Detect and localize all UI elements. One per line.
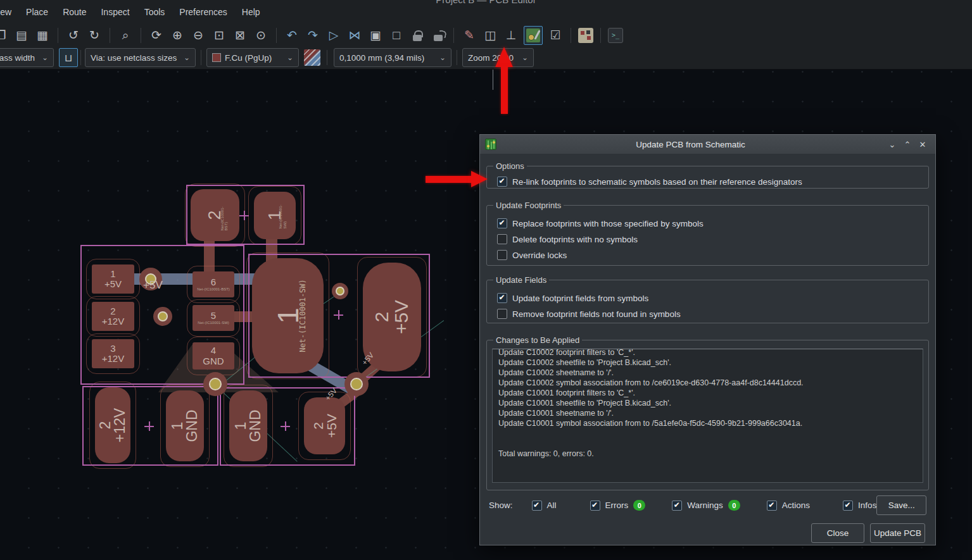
via[interactable] <box>332 283 348 299</box>
update-fields-checkbox[interactable] <box>497 293 507 303</box>
edit-footprint-icon[interactable]: ✎ <box>461 27 477 44</box>
zoom-out-icon[interactable]: ⊖ <box>190 27 206 44</box>
undo-icon[interactable]: ↺ <box>65 27 82 44</box>
chevron-down-icon: ⌄ <box>515 53 528 62</box>
dialog-titlebar[interactable]: Update PCB from Schematic ⌄ ⌃ ✕ <box>480 135 935 154</box>
update-pcb-dialog: Update PCB from Schematic ⌄ ⌃ ✕ Options … <box>479 134 936 545</box>
menu-inspect[interactable]: Inspect <box>99 4 130 20</box>
plot-icon[interactable]: ▦ <box>34 27 51 44</box>
print-icon[interactable]: ▤ <box>13 27 30 44</box>
options-group: Options Re-link footprints to schematic … <box>486 161 929 189</box>
rotate-ccw-icon[interactable]: ↶ <box>284 27 300 44</box>
toolbar-separator <box>600 28 601 43</box>
layer-dropdown[interactable]: F.Cu (PgUp) ⌄ <box>206 48 299 67</box>
change-line: Update C10002 sheetname to '/'. <box>498 368 917 378</box>
open-file-icon[interactable]: ❐ <box>0 27 9 44</box>
via[interactable] <box>203 372 227 396</box>
zoom-selection-icon[interactable]: ⊙ <box>253 27 269 44</box>
via[interactable] <box>344 372 369 396</box>
change-line: Update C10002 symbol association from to… <box>498 378 917 388</box>
ungroup-icon[interactable]: □ <box>388 27 405 44</box>
replace-footprints-checkbox[interactable] <box>497 218 507 228</box>
options-group-label: Options <box>493 161 527 171</box>
net-label: +5V <box>143 279 163 292</box>
layer-color-swatch <box>212 53 221 62</box>
menu-help[interactable]: Help <box>241 4 262 20</box>
red-arrow-to-checkbox-icon <box>471 171 488 187</box>
remove-fields-checkbox[interactable] <box>497 309 507 319</box>
show-actions-checkbox[interactable] <box>767 501 777 511</box>
track-width-value: Track: use netclass width <box>0 53 35 63</box>
save-button[interactable]: Save... <box>876 495 926 515</box>
via-size-dropdown[interactable]: Via: use netclass sizes ⌄ <box>85 48 196 67</box>
run-drc-icon[interactable]: ☑ <box>547 27 564 44</box>
toolbar-separator <box>453 28 454 43</box>
show-warnings-label: Warnings <box>687 501 723 510</box>
chevron-down-icon: ⌄ <box>433 53 446 62</box>
shade-icon[interactable]: ⌄ <box>885 140 900 149</box>
unshade-icon[interactable]: ⌃ <box>900 140 915 149</box>
grid-value: 0,1000 mm (3,94 mils) <box>339 53 424 63</box>
delete-footprints-checkbox[interactable] <box>497 234 507 244</box>
red-arrow-to-checkbox-shaft <box>426 176 472 183</box>
lock-icon[interactable] <box>409 27 426 44</box>
refresh-icon[interactable]: ⟳ <box>148 27 165 44</box>
zoom-in-icon[interactable]: ⊕ <box>169 27 186 44</box>
changes-report[interactable]: Update C10002 footprint filters to 'C_*'… <box>492 349 923 483</box>
chevron-down-icon: ⌄ <box>281 53 293 62</box>
menu-tools[interactable]: Tools <box>143 4 167 20</box>
changes-summary: Total warnings: 0, errors: 0. <box>498 449 917 459</box>
browse-footprints-icon[interactable]: ◫ <box>482 27 498 44</box>
show-errors-checkbox[interactable] <box>590 501 600 511</box>
show-infos-checkbox[interactable] <box>843 501 853 511</box>
change-line: Update C10001 sheetfile to 'Project B.ki… <box>498 398 917 408</box>
zoom-objects-icon[interactable]: ⊠ <box>232 27 248 44</box>
cross-probe-icon[interactable] <box>578 28 593 43</box>
track-posture-button[interactable]: ⊔ <box>59 48 78 67</box>
zoom-fit-icon[interactable]: ⊡ <box>211 27 227 44</box>
main-toolbar: ❐ ▤ ▦ ↺ ↻ ⌕ ⟳ ⊕ ⊖ ⊡ ⊠ ⊙ ↶ ↷ ▷ ⋈ ▣ □ ✎ ◫ … <box>0 24 972 46</box>
override-locks-checkbox[interactable] <box>497 250 507 260</box>
redo-icon[interactable]: ↻ <box>86 27 103 44</box>
group-icon[interactable]: ▣ <box>367 27 384 44</box>
menu-route[interactable]: Route <box>61 4 87 20</box>
show-all-checkbox[interactable] <box>532 501 542 511</box>
show-errors-label: Errors <box>605 501 629 510</box>
via[interactable] <box>153 307 172 326</box>
override-locks-label: Override locks <box>512 251 567 260</box>
close-icon[interactable]: ✕ <box>915 140 930 149</box>
change-line: Update C10002 footprint filters to 'C_*'… <box>498 349 917 358</box>
rotate-cw-icon[interactable]: ↷ <box>305 27 321 44</box>
kicad-pcb-icon <box>485 139 496 150</box>
menubar: Project B — PCB Editor View Place Route … <box>0 0 972 24</box>
chevron-down-icon: ⌄ <box>35 53 48 62</box>
track-width-dropdown[interactable]: Track: use netclass width ⌄ <box>0 48 54 67</box>
toolbar-separator <box>457 50 457 65</box>
unlock-icon[interactable] <box>430 27 446 44</box>
anchor-cross <box>239 211 249 220</box>
mirror-icon[interactable]: ⋈ <box>346 27 363 44</box>
grid-dropdown[interactable]: 0,1000 mm (3,94 mils) ⌄ <box>334 48 451 67</box>
changes-group: Changes to Be Applied Update C10002 foot… <box>486 335 929 490</box>
via-size-value: Via: use netclass sizes <box>91 53 177 63</box>
warnings-count-badge: 0 <box>728 500 740 511</box>
relink-footprints-checkbox[interactable] <box>497 177 507 187</box>
scripting-console-icon[interactable]: >_ <box>608 28 623 43</box>
flip-icon[interactable]: ▷ <box>325 27 342 44</box>
show-warnings-checkbox[interactable] <box>672 501 682 511</box>
close-button[interactable]: Close <box>811 523 864 543</box>
update-pcb-button[interactable]: Update PCB <box>870 523 925 543</box>
menu-place[interactable]: Place <box>25 4 49 20</box>
toolbar-separator <box>141 28 141 43</box>
dialog-title: Update PCB from Schematic <box>496 140 885 149</box>
update-pcb-from-schematic-button[interactable] <box>524 26 543 45</box>
show-label: Show: <box>489 501 513 510</box>
menu-view[interactable]: View <box>0 4 13 20</box>
update-footprints-group: Update Footprints Replace footprints wit… <box>486 201 929 266</box>
show-actions-label: Actions <box>782 501 810 510</box>
footprint-properties-icon[interactable]: ⊥ <box>503 27 519 44</box>
find-icon[interactable]: ⌕ <box>117 27 134 44</box>
layer-pair-icon[interactable] <box>304 49 320 66</box>
change-line: Update C10001 sheetname to '/'. <box>498 408 917 418</box>
menu-preferences[interactable]: Preferences <box>178 4 228 20</box>
